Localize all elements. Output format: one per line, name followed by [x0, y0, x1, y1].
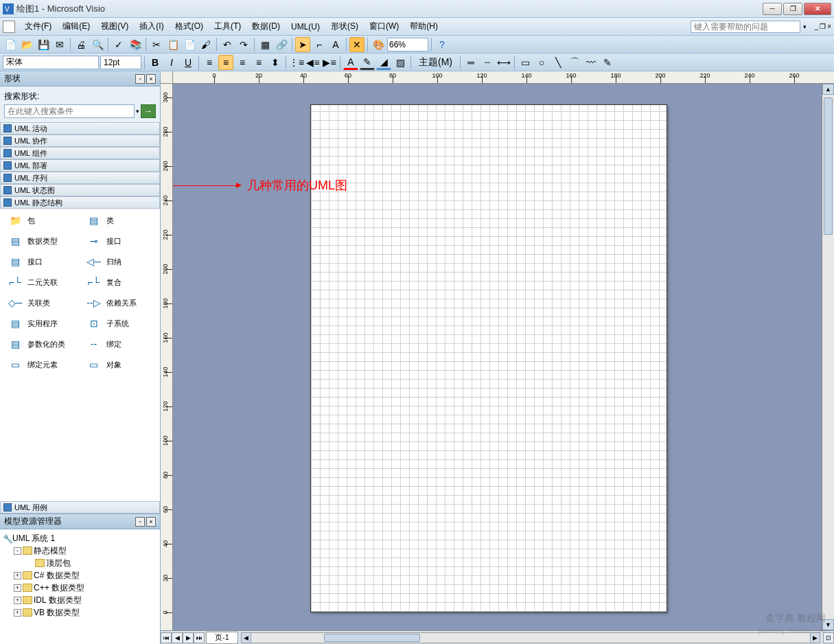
scroll-thumb[interactable] [824, 97, 833, 235]
stencil-item[interactable]: UML 状态图 [0, 184, 160, 196]
line-tool-button[interactable]: ╲ [551, 55, 566, 70]
tree-node[interactable]: +IDL 数据类型 [3, 594, 157, 606]
minimize-button[interactable]: ─ [763, 3, 782, 15]
stencil-item[interactable]: UML 部署 [0, 159, 160, 172]
doc-restore-button[interactable]: ❐ [820, 23, 826, 30]
distribute-button[interactable]: ⬍ [268, 55, 283, 70]
help-search-input[interactable] [691, 21, 800, 33]
scroll-left-button[interactable]: ◀ [242, 633, 251, 643]
expand-icon[interactable]: + [14, 572, 21, 579]
expand-icon[interactable]: + [14, 597, 21, 604]
menu-help[interactable]: 帮助(H) [404, 19, 443, 34]
expand-icon[interactable]: + [14, 584, 21, 592]
menu-shapes[interactable]: 形状(S) [325, 19, 364, 34]
stencil-item-usecase[interactable]: UML 用例 [0, 501, 160, 514]
tree-node[interactable]: +VB 数据类型 [3, 606, 157, 619]
pointer-tool-button[interactable]: ➤ [295, 37, 310, 52]
stencil-item[interactable]: UML 序列 [0, 172, 160, 184]
shadow-button[interactable]: ▨ [393, 55, 408, 70]
model-tree[interactable]: 🔧UML 系统 1-静态模型顶层包+C# 数据类型+C++ 数据类型+IDL 数… [0, 529, 160, 644]
doc-close-button[interactable]: × [827, 23, 831, 30]
shape-item[interactable]: ⌐└复合 [82, 273, 158, 291]
new-button[interactable]: 📄 [3, 37, 18, 52]
zoom-select[interactable] [387, 38, 428, 51]
font-color-button[interactable]: A [343, 55, 358, 70]
email-button[interactable]: ✉ [52, 37, 67, 52]
expand-icon[interactable]: - [14, 547, 21, 555]
tab-nav-last[interactable]: ⏭ [194, 632, 205, 643]
underline-button[interactable]: U [181, 55, 196, 70]
ruler-vertical[interactable]: 3002802602402202001801601401201008060402… [161, 84, 173, 630]
drawing-page[interactable] [310, 104, 667, 612]
shape-item[interactable]: ▤数据类型 [3, 232, 79, 250]
vertical-scrollbar[interactable]: ▲ ▼ [822, 84, 834, 630]
research-button[interactable]: 📚 [128, 37, 143, 52]
stencil-item[interactable]: UML 组件 [0, 147, 160, 159]
shape-item[interactable]: --▷依赖关系 [82, 294, 158, 312]
zoom-fit-button[interactable]: ⊡ [823, 632, 834, 643]
align-right-button[interactable]: ≡ [235, 55, 250, 70]
shape-item[interactable]: ◇─关联类 [3, 294, 79, 312]
tab-nav-first[interactable]: ⏮ [161, 632, 172, 643]
connection-point-button[interactable]: ✕ [349, 37, 364, 52]
open-button[interactable]: 📂 [19, 37, 34, 52]
ruler-horizontal[interactable]: 020406080100120140160180200220240260280 [173, 71, 834, 84]
tree-node[interactable]: -静态模型 [3, 544, 157, 557]
format-painter-button[interactable]: 🖌 [198, 37, 213, 52]
cut-button[interactable]: ✂ [149, 37, 164, 52]
text-tool-button[interactable]: A [328, 37, 343, 52]
expand-icon[interactable]: + [14, 609, 21, 617]
shape-item[interactable]: ▤实用程序 [3, 314, 79, 332]
shape-item[interactable]: ◁─归纳 [82, 253, 158, 271]
model-panel-float-button[interactable]: ▫ [135, 517, 145, 527]
model-panel-close-button[interactable]: × [146, 517, 156, 527]
tree-node[interactable]: +C# 数据类型 [3, 569, 157, 582]
search-go-button[interactable]: → [141, 104, 156, 118]
menu-view[interactable]: 视图(V) [95, 19, 134, 34]
freeform-tool-button[interactable]: 〰 [583, 55, 599, 70]
scroll-down-button[interactable]: ▼ [822, 619, 834, 630]
save-button[interactable]: 💾 [36, 37, 51, 52]
menu-insert[interactable]: 插入(I) [134, 19, 169, 34]
pencil-tool-button[interactable]: ✎ [600, 55, 615, 70]
print-preview-button[interactable]: 🔍 [90, 37, 105, 52]
tree-node[interactable]: +C++ 数据类型 [3, 582, 157, 594]
tab-nav-next[interactable]: ▶ [183, 632, 194, 643]
menu-file[interactable]: 文件(F) [19, 19, 57, 34]
align-center-button[interactable]: ≡ [218, 55, 233, 70]
shape-item[interactable]: ▭绑定元素 [3, 356, 79, 373]
decrease-indent-button[interactable]: ◀≡ [305, 55, 321, 70]
doc-minimize-button[interactable]: _ [815, 23, 819, 30]
bold-button[interactable]: B [148, 55, 163, 70]
menu-uml[interactable]: UML(U) [286, 21, 325, 33]
menu-tools[interactable]: 工具(T) [209, 19, 246, 34]
insert-hyperlink-button[interactable]: 🔗 [274, 37, 289, 52]
stencil-item[interactable]: UML 活动 [0, 122, 160, 135]
shapes-window-button[interactable]: ▦ [257, 37, 273, 52]
shape-item[interactable]: ⌐└二元关联 [3, 273, 79, 291]
line-pattern-button[interactable]: ┈ [480, 55, 495, 70]
ellipse-tool-button[interactable]: ○ [534, 55, 549, 70]
shape-item[interactable]: ▤接口 [3, 253, 79, 271]
shape-item[interactable]: ⊸接口 [82, 232, 158, 250]
font-size-select[interactable] [100, 56, 141, 69]
font-select[interactable] [3, 56, 99, 69]
connector-tool-button[interactable]: ⌐ [312, 37, 327, 52]
menu-edit[interactable]: 编辑(E) [57, 19, 95, 34]
print-button[interactable]: 🖨 [73, 37, 89, 52]
fill-button[interactable]: 🎨 [371, 37, 386, 52]
search-shapes-input[interactable] [4, 104, 135, 118]
scroll-up-button[interactable]: ▲ [822, 84, 834, 95]
arc-tool-button[interactable]: ⌒ [567, 55, 582, 70]
undo-button[interactable]: ↶ [220, 37, 235, 52]
redo-button[interactable]: ↷ [236, 37, 251, 52]
menu-data[interactable]: 数据(D) [246, 19, 286, 34]
stencil-item[interactable]: UML 静态结构 [0, 196, 160, 209]
scroll-right-button[interactable]: ▶ [810, 633, 820, 643]
theme-button[interactable]: 主题(M) [414, 55, 457, 70]
align-justify-button[interactable]: ≡ [251, 55, 266, 70]
shape-item[interactable]: ▤参数化的类 [3, 335, 79, 353]
increase-indent-button[interactable]: ▶≡ [322, 55, 337, 70]
shape-item[interactable]: ▭对象 [82, 356, 158, 373]
maximize-button[interactable]: ❐ [783, 3, 802, 15]
